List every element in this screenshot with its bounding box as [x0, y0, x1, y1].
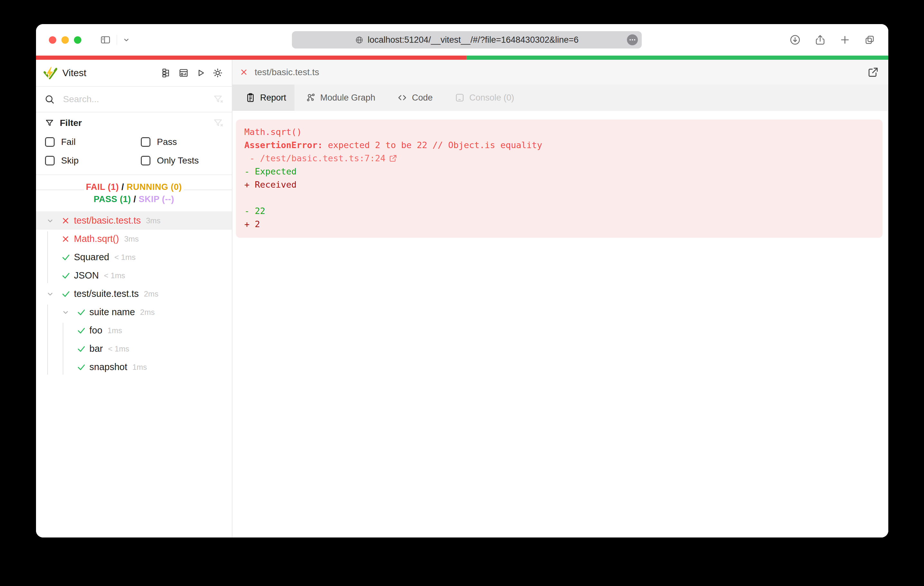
new-tab-icon[interactable]	[840, 35, 850, 45]
chevron-down-icon[interactable]	[122, 36, 130, 44]
assertion-error-message: AssertionError: expected 2 to be 22 // O…	[244, 138, 874, 151]
progress-fail-segment	[36, 56, 467, 60]
test-duration: < 1ms	[114, 253, 136, 262]
pass-check-icon	[76, 362, 86, 372]
test-label: test/suite.test.ts	[74, 288, 139, 299]
test-label: Math.sqrt()	[74, 234, 119, 244]
traffic-lights	[49, 36, 81, 44]
filter-title: Filter	[60, 118, 82, 128]
search-icon	[45, 94, 54, 104]
pass-check-icon	[76, 344, 86, 354]
tab-module-graph[interactable]: Module Graph	[294, 84, 386, 111]
filter-checkbox-pass[interactable]: Pass	[141, 137, 224, 147]
browser-titlebar: localhost:51204/__vitest__/#/?file=16484…	[36, 24, 888, 56]
share-icon[interactable]	[814, 34, 826, 46]
browser-window: localhost:51204/__vitest__/#/?file=16484…	[36, 24, 888, 538]
expand-chevron-icon[interactable]	[61, 308, 76, 317]
tree-row-math-sqrt[interactable]: Math.sqrt()3ms	[36, 230, 232, 248]
diff-line: + 2	[244, 217, 874, 230]
tab-report[interactable]: Report	[233, 84, 294, 111]
fail-x-icon	[239, 68, 248, 76]
downloads-icon[interactable]	[789, 34, 801, 46]
filter-section: Filter FailPassSkipOnly Tests	[36, 112, 232, 175]
expand-chevron-icon[interactable]	[46, 216, 61, 225]
checkbox-icon[interactable]	[45, 137, 54, 147]
tree-row-foo[interactable]: foo1ms	[36, 321, 232, 339]
sidebar: Vitest	[36, 60, 233, 538]
fail-x-icon	[61, 216, 71, 225]
test-duration: 1ms	[132, 363, 147, 372]
test-label: Squared	[74, 252, 109, 262]
filter-options: FailPassSkipOnly Tests	[45, 137, 224, 166]
test-progress-bar	[36, 56, 888, 60]
open-stack-in-editor-icon[interactable]	[389, 154, 397, 163]
dashboard-icon[interactable]	[178, 68, 189, 78]
failed-test-name: Math.sqrt()	[244, 125, 874, 138]
diff-line: + Received	[244, 178, 874, 191]
tree-row-json[interactable]: JSON< 1ms	[36, 266, 232, 285]
pass-check-icon	[61, 252, 71, 262]
test-label: suite name	[89, 307, 135, 318]
search-input[interactable]	[63, 94, 213, 104]
theme-toggle-icon[interactable]	[213, 68, 223, 78]
tab-label: Code	[412, 93, 433, 103]
view-tabs: ReportModule GraphCodeConsole (0)	[233, 84, 888, 111]
desktop-background: localhost:51204/__vitest__/#/?file=16484…	[0, 0, 924, 586]
tree-row-suite-name[interactable]: suite name2ms	[36, 303, 232, 321]
url-text: localhost:51204/__vitest__/#/?file=16484…	[368, 35, 578, 45]
sidebar-toggle-icon[interactable]	[99, 35, 112, 45]
graph-icon	[305, 92, 316, 103]
checkbox-label: Pass	[157, 137, 177, 147]
test-label: JSON	[74, 270, 99, 281]
filter-checkbox-fail[interactable]: Fail	[45, 137, 141, 147]
tree-row-test-basic-test-ts[interactable]: test/basic.test.ts3ms	[36, 211, 232, 230]
address-bar[interactable]: localhost:51204/__vitest__/#/?file=16484…	[292, 31, 642, 48]
filter-checkbox-skip[interactable]: Skip	[45, 155, 141, 166]
tree-row-test-suite-test-ts[interactable]: test/suite.test.ts2ms	[36, 285, 232, 303]
report-icon	[245, 92, 256, 103]
checkbox-icon[interactable]	[141, 156, 150, 165]
page-settings-icon[interactable]	[627, 35, 638, 45]
progress-pass-segment	[467, 56, 888, 60]
code-icon	[397, 92, 408, 103]
test-duration: 1ms	[107, 326, 122, 335]
skip-count: SKIP (--)	[139, 194, 174, 204]
stack-trace-line[interactable]: - /test/basic.test.ts:7:24	[244, 151, 874, 165]
app-title: Vitest	[63, 67, 86, 78]
close-window-button[interactable]	[49, 36, 56, 44]
checkbox-label: Only Tests	[157, 155, 199, 166]
tree-row-snapshot[interactable]: snapshot1ms	[36, 358, 232, 376]
test-duration: 3ms	[124, 235, 139, 244]
diff-line: - Expected	[244, 165, 874, 178]
pass-check-icon	[61, 271, 71, 280]
zoom-window-button[interactable]	[74, 36, 81, 44]
console-icon	[455, 92, 465, 103]
checkbox-icon[interactable]	[45, 156, 54, 165]
test-label: foo	[89, 325, 102, 336]
test-label: test/basic.test.ts	[74, 215, 141, 226]
clear-filters-icon[interactable]	[213, 118, 224, 128]
run-all-icon[interactable]	[196, 68, 205, 78]
tree-row-squared[interactable]: Squared< 1ms	[36, 248, 232, 266]
show-tabs-icon[interactable]	[864, 34, 875, 46]
tree-view-icon[interactable]	[161, 68, 172, 78]
test-duration: < 1ms	[108, 344, 129, 353]
clear-search-filter-icon[interactable]	[213, 94, 224, 105]
open-in-editor-icon[interactable]	[867, 66, 879, 78]
test-duration: 2ms	[140, 308, 155, 317]
test-label: snapshot	[89, 362, 127, 372]
filter-checkbox-only-tests[interactable]: Only Tests	[141, 155, 224, 166]
minimize-window-button[interactable]	[61, 36, 69, 44]
tree-row-bar[interactable]: bar< 1ms	[36, 339, 232, 358]
tab-label: Report	[260, 93, 286, 103]
tab-code[interactable]: Code	[386, 84, 444, 111]
tree-indent-guide	[63, 323, 63, 375]
expand-chevron-icon[interactable]	[46, 290, 61, 298]
test-stats: FAIL (1)/RUNNING (0) PASS (1)/SKIP (--)	[36, 175, 232, 211]
checkbox-icon[interactable]	[141, 137, 150, 147]
test-duration: 2ms	[144, 290, 158, 298]
test-label: bar	[89, 344, 103, 354]
filter-icon	[45, 119, 54, 128]
main-panel: test/basic.test.ts ReportModule GraphCod…	[233, 60, 888, 538]
test-tree: test/basic.test.ts3msMath.sqrt()3msSquar…	[36, 211, 232, 538]
